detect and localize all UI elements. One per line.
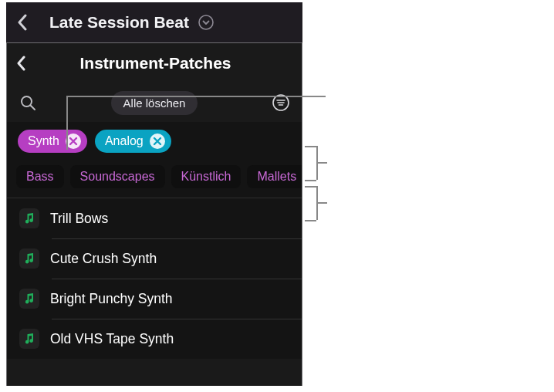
callout-line xyxy=(66,96,326,97)
callout-line xyxy=(66,96,68,150)
svg-point-0 xyxy=(199,15,213,29)
patches-panel: Instrument-Patches Alle löschen SynthAna… xyxy=(6,42,302,386)
list-item[interactable]: Trill Bows xyxy=(7,198,302,238)
callout-bracket xyxy=(305,146,316,147)
music-note-icon xyxy=(19,329,39,349)
active-tag[interactable]: Analog xyxy=(95,130,171,153)
list-item[interactable]: Bright Punchy Synth xyxy=(7,279,302,319)
active-tag[interactable]: Synth xyxy=(18,130,87,153)
remove-tag-icon[interactable] xyxy=(66,133,81,149)
suggestion-chips-row[interactable]: BassSoundscapesKünstlichMalletsPe xyxy=(7,161,302,198)
music-note-icon xyxy=(19,248,39,269)
app-header: Late Session Beat xyxy=(6,2,302,42)
remove-tag-icon[interactable] xyxy=(150,133,165,149)
panel-header: Instrument-Patches xyxy=(7,43,302,83)
active-tags-row: SynthAnalog xyxy=(7,122,302,161)
panel-title: Instrument-Patches xyxy=(19,54,292,73)
list-item[interactable]: Cute Crush Synth xyxy=(7,238,302,279)
back-chevron-icon[interactable] xyxy=(17,14,28,31)
active-tag-label: Analog xyxy=(105,134,144,148)
results-list[interactable]: Trill BowsCute Crush SynthBright Punchy … xyxy=(7,198,302,359)
callout-bracket xyxy=(316,202,327,204)
music-note-icon xyxy=(19,208,39,228)
search-row: Alle löschen xyxy=(7,83,302,122)
search-icon[interactable] xyxy=(18,94,38,111)
suggestion-chip[interactable]: Künstlich xyxy=(171,165,242,188)
project-dropdown-icon[interactable] xyxy=(198,15,214,30)
suggestion-chip[interactable]: Soundscapes xyxy=(70,165,165,188)
callout-bracket xyxy=(305,220,316,221)
suggestion-chip[interactable]: Bass xyxy=(16,165,64,188)
project-title: Late Session Beat xyxy=(49,13,189,32)
music-note-icon xyxy=(19,289,39,309)
callout-bracket xyxy=(316,162,327,164)
suggestion-chip[interactable]: Mallets xyxy=(247,165,302,188)
list-item-label: Trill Bows xyxy=(50,211,108,227)
clear-all-button[interactable]: Alle löschen xyxy=(111,91,198,115)
list-item-label: Old VHS Tape Synth xyxy=(50,331,174,347)
callout-bracket xyxy=(305,186,316,188)
list-item-label: Bright Punchy Synth xyxy=(50,291,173,307)
list-item[interactable]: Old VHS Tape Synth xyxy=(7,319,302,359)
list-item-label: Cute Crush Synth xyxy=(50,251,157,267)
active-tag-label: Synth xyxy=(28,134,59,148)
callout-bracket xyxy=(305,180,316,181)
